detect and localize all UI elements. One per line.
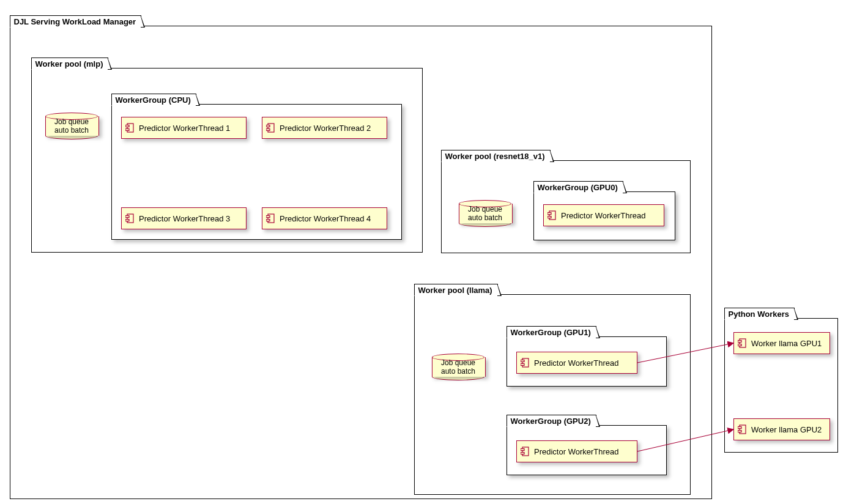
job-queue-llama-line2: auto batch: [441, 367, 475, 376]
component-icon: [547, 210, 556, 220]
component-icon: [738, 338, 746, 348]
predictor-thread-gpu0: Predictor WorkerThread: [543, 204, 664, 226]
worker-group-cpu-tab: WorkerGroup (CPU): [111, 94, 196, 106]
worker-pool-llama-title: Worker pool (llama): [418, 286, 492, 295]
diagram-canvas: DJL Serving WorkLoad Manager Worker pool…: [0, 0, 846, 504]
worker-group-cpu-title: WorkerGroup (CPU): [116, 95, 191, 105]
worker-group-cpu: WorkerGroup (CPU) Predictor WorkerThread…: [111, 93, 402, 240]
job-queue-mlp: Job queue auto batch: [45, 113, 98, 139]
python-workers: Python Workers Worker llama GPU1 Worker …: [724, 307, 838, 453]
job-queue-resnet-line1: Job queue: [468, 205, 502, 213]
worker-group-gpu1-title: WorkerGroup (GPU1): [511, 328, 591, 337]
component-icon: [738, 424, 746, 434]
worker-group-gpu0: WorkerGroup (GPU0) Predictor WorkerThrea…: [533, 180, 675, 240]
job-queue-llama: Job queue auto batch: [432, 354, 484, 380]
package-manager-title: DJL Serving WorkLoad Manager: [14, 17, 136, 26]
python-worker-gpu1-label: Worker llama GPU1: [751, 339, 822, 348]
component-icon: [125, 213, 134, 223]
predictor-thread-gpu1: Predictor WorkerThread: [516, 352, 637, 374]
component-icon: [125, 123, 134, 133]
predictor-thread-2-label: Predictor WorkerThread 2: [280, 124, 371, 133]
python-worker-gpu2-label: Worker llama GPU2: [751, 425, 822, 434]
predictor-thread-4-label: Predictor WorkerThread 4: [280, 214, 371, 223]
predictor-thread-3-label: Predictor WorkerThread 3: [139, 214, 230, 223]
worker-pool-mlp-title: Worker pool (mlp): [35, 59, 103, 69]
worker-group-gpu1-tab: WorkerGroup (GPU1): [506, 326, 596, 338]
worker-group-gpu2-title: WorkerGroup (GPU2): [511, 417, 591, 426]
predictor-thread-gpu0-label: Predictor WorkerThread: [561, 211, 645, 220]
predictor-thread-1-label: Predictor WorkerThread 1: [139, 124, 230, 133]
component-icon: [521, 447, 529, 456]
component-icon: [521, 358, 529, 368]
component-icon: [266, 123, 275, 133]
worker-pool-resnet: Worker pool (resnet18_v1) Job queue auto…: [441, 149, 691, 253]
worker-group-gpu2: WorkerGroup (GPU2) Predictor WorkerThrea…: [506, 414, 667, 475]
job-queue-resnet: Job queue auto batch: [459, 200, 511, 227]
predictor-thread-1: Predictor WorkerThread 1: [121, 117, 247, 139]
package-manager: DJL Serving WorkLoad Manager Worker pool…: [10, 15, 712, 499]
predictor-thread-2: Predictor WorkerThread 2: [262, 117, 387, 139]
worker-pool-resnet-tab: Worker pool (resnet18_v1): [441, 150, 551, 162]
worker-group-gpu2-tab: WorkerGroup (GPU2): [506, 415, 596, 427]
job-queue-mlp-line2: auto batch: [54, 126, 89, 135]
job-queue-llama-line1: Job queue: [441, 358, 475, 367]
worker-group-gpu0-title: WorkerGroup (GPU0): [538, 183, 618, 192]
python-workers-tab: Python Workers: [724, 308, 795, 320]
worker-pool-mlp: Worker pool (mlp) Job queue auto batch: [31, 57, 423, 253]
worker-group-gpu0-tab: WorkerGroup (GPU0): [533, 181, 623, 193]
predictor-thread-3: Predictor WorkerThread 3: [121, 207, 247, 229]
package-manager-tab: DJL Serving WorkLoad Manager: [10, 15, 142, 28]
worker-group-gpu1: WorkerGroup (GPU1) Predictor WorkerThrea…: [506, 325, 667, 387]
worker-pool-resnet-title: Worker pool (resnet18_v1): [445, 152, 545, 161]
python-worker-gpu2: Worker llama GPU2: [733, 418, 830, 440]
component-icon: [266, 213, 275, 223]
predictor-thread-gpu2-label: Predictor WorkerThread: [534, 447, 618, 456]
predictor-thread-gpu1-label: Predictor WorkerThread: [534, 358, 618, 368]
worker-pool-llama-tab: Worker pool (llama): [414, 284, 498, 296]
worker-pool-llama: Worker pool (llama) Job queue auto batch: [414, 283, 691, 495]
job-queue-mlp-line1: Job queue: [54, 117, 89, 126]
worker-pool-mlp-tab: Worker pool (mlp): [31, 57, 109, 70]
job-queue-resnet-line2: auto batch: [468, 213, 502, 222]
predictor-thread-4: Predictor WorkerThread 4: [262, 207, 387, 229]
predictor-thread-gpu2: Predictor WorkerThread: [516, 440, 637, 462]
python-workers-title: Python Workers: [729, 309, 789, 319]
python-worker-gpu1: Worker llama GPU1: [733, 332, 830, 354]
